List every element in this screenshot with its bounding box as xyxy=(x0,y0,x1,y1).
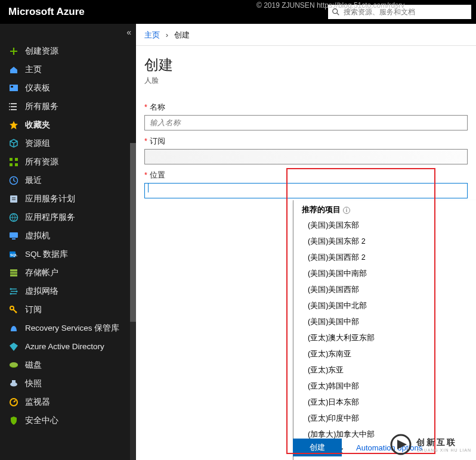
sidebar-item-plan[interactable]: 应用服务计划 xyxy=(0,189,136,208)
key-icon xyxy=(8,304,19,315)
location-option[interactable]: (美国)美国中北部 xyxy=(293,298,476,314)
sidebar-item-star[interactable]: 收藏夹 xyxy=(0,116,136,134)
location-option[interactable]: (美国)美国西部 xyxy=(293,282,476,298)
breadcrumb-home[interactable]: 主页 xyxy=(144,30,160,39)
location-option[interactable]: (亚太)韩国中部 xyxy=(293,378,476,394)
create-button[interactable]: 创建 xyxy=(293,439,342,456)
sidebar-item-label: 应用程序服务 xyxy=(25,212,75,223)
sql-icon: SQL xyxy=(8,249,19,260)
name-input[interactable] xyxy=(144,115,468,130)
sidebar-item-label: 资源组 xyxy=(25,138,50,149)
sidebar-item-list[interactable]: 所有服务 xyxy=(0,97,136,116)
corner-logo-icon xyxy=(389,433,413,456)
location-input[interactable] xyxy=(144,183,468,198)
sidebar-item-label: 安全中心 xyxy=(25,415,58,426)
top-bar: Microsoft Azure xyxy=(0,0,476,24)
sidebar-item-label: Azure Active Directory xyxy=(25,342,104,351)
svg-line-1 xyxy=(337,13,339,15)
sidebar-item-label: 收藏夹 xyxy=(25,120,50,130)
location-option[interactable]: (美国)美国中部 xyxy=(293,314,476,330)
dashboard-icon xyxy=(8,83,19,94)
disk-icon xyxy=(8,360,19,371)
sidebar-item-shield[interactable]: 安全中心 xyxy=(0,411,136,430)
sidebar-item-label: SQL 数据库 xyxy=(25,249,68,260)
sidebar-item-label: 虚拟网络 xyxy=(25,286,58,297)
svg-rect-8 xyxy=(15,158,18,161)
sidebar-scrollbar-thumb[interactable] xyxy=(130,143,136,322)
sidebar-item-label: Recovery Services 保管库 xyxy=(25,323,119,334)
location-option[interactable]: (亚太)东南亚 xyxy=(293,346,476,362)
svg-rect-10 xyxy=(15,163,18,166)
sidebar-item-disk[interactable]: 磁盘 xyxy=(0,356,136,374)
sidebar-item-vnet[interactable]: 虚拟网络 xyxy=(0,282,136,300)
plus-icon xyxy=(8,46,19,57)
info-icon[interactable]: i xyxy=(343,207,350,214)
svg-rect-12 xyxy=(10,195,17,203)
sidebar-item-aad[interactable]: Azure Active Directory xyxy=(0,337,136,356)
sidebar-item-key[interactable]: 订阅 xyxy=(0,300,136,319)
location-option[interactable]: (美国)美国中南部 xyxy=(293,266,476,282)
watermark-text: © 2019 ZJUNSEN https://blog.51cto.com/rd… xyxy=(256,1,404,10)
sidebar-item-label: 快照 xyxy=(25,378,42,389)
snapshot-icon xyxy=(8,378,19,389)
svg-point-19 xyxy=(10,288,12,290)
sidebar-item-label: 存储帐户 xyxy=(25,268,58,278)
sidebar-item-label: 最近 xyxy=(25,175,42,186)
vnet-icon xyxy=(8,286,19,297)
sidebar-item-label: 虚拟机 xyxy=(25,231,50,241)
blade-title: 创建 xyxy=(136,46,476,76)
sidebar-item-grid[interactable]: 所有资源 xyxy=(0,153,136,171)
location-option[interactable]: (亚太)日本东部 xyxy=(293,394,476,411)
location-option[interactable]: (亚太)印度中部 xyxy=(293,411,476,427)
location-dropdown: 推荐的项目 i (美国)美国东部(美国)美国东部 2(美国)美国西部 2(美国)… xyxy=(293,200,476,460)
sidebar-scrollbar[interactable] xyxy=(130,143,136,460)
sidebar-item-globe[interactable]: 应用程序服务 xyxy=(0,208,136,226)
sidebar-item-plus[interactable]: 创建资源 xyxy=(0,42,136,60)
form-area: *名称 *订阅 *位置 xyxy=(136,92,476,198)
shield-icon xyxy=(8,415,19,426)
sidebar-item-cube[interactable]: 资源组 xyxy=(0,134,136,153)
sidebar-item-clock[interactable]: 最近 xyxy=(0,171,136,189)
sidebar-item-home[interactable]: 主页 xyxy=(0,60,136,79)
sidebar-item-vm[interactable]: 虚拟机 xyxy=(0,226,136,245)
location-option[interactable]: (美国)美国东部 xyxy=(293,217,476,234)
svg-rect-18 xyxy=(10,269,17,276)
sidebar-item-sql[interactable]: SQLSQL 数据库 xyxy=(0,245,136,263)
subscription-label: *订阅 xyxy=(144,136,468,147)
svg-text:SQL: SQL xyxy=(10,253,18,257)
breadcrumb-current: 创建 xyxy=(174,30,190,39)
location-option[interactable]: (美国)美国西部 2 xyxy=(293,250,476,266)
sidebar: « 创建资源主页仪表板所有服务收藏夹资源组所有资源最近应用服务计划应用程序服务虚… xyxy=(0,24,136,460)
svg-point-4 xyxy=(9,103,10,104)
sidebar-item-label: 应用服务计划 xyxy=(25,194,75,204)
brand-label: Microsoft Azure xyxy=(8,6,85,18)
vault-icon xyxy=(8,323,19,334)
svg-rect-9 xyxy=(10,163,13,166)
svg-rect-3 xyxy=(11,86,13,88)
location-option[interactable]: (美国)美国东部 2 xyxy=(293,234,476,250)
sidebar-item-label: 仪表板 xyxy=(25,83,50,94)
location-option[interactable]: (亚太)澳大利亚东部 xyxy=(293,330,476,346)
storage-icon xyxy=(8,268,19,278)
plan-icon xyxy=(8,194,19,204)
subscription-select[interactable] xyxy=(144,149,468,164)
aad-icon xyxy=(8,341,19,352)
sidebar-item-label: 磁盘 xyxy=(25,360,42,371)
svg-point-5 xyxy=(9,106,10,107)
sidebar-item-monitor[interactable]: 监视器 xyxy=(0,393,136,411)
home-icon xyxy=(8,64,19,75)
svg-rect-26 xyxy=(12,380,16,383)
collapse-icon[interactable]: « xyxy=(126,27,131,37)
sidebar-item-vault[interactable]: Recovery Services 保管库 xyxy=(0,319,136,337)
svg-point-6 xyxy=(9,109,10,110)
svg-point-24 xyxy=(10,362,18,367)
sidebar-item-storage[interactable]: 存储帐户 xyxy=(0,263,136,282)
grid-icon xyxy=(8,157,19,167)
clock-icon xyxy=(8,175,19,186)
vm-icon xyxy=(8,231,19,241)
sidebar-item-dashboard[interactable]: 仪表板 xyxy=(0,79,136,97)
location-option[interactable]: (亚太)东亚 xyxy=(293,362,476,378)
sidebar-item-snapshot[interactable]: 快照 xyxy=(0,374,136,393)
sidebar-item-label: 创建资源 xyxy=(25,46,58,57)
corner-logo: 创新互联 CHUANG XIN HU LIAN xyxy=(389,433,471,456)
